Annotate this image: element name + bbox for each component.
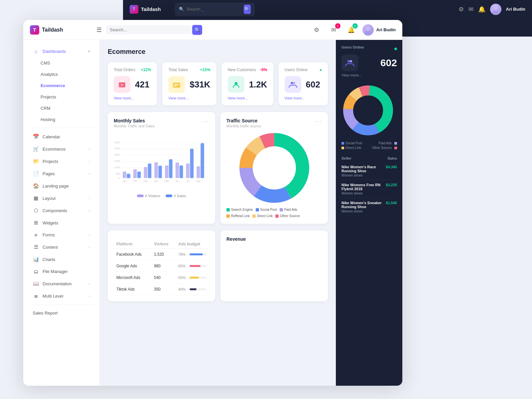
sidebar-item-dashboards[interactable]: ⌂ Dashboards ▾ xyxy=(26,46,97,57)
sidebar-item-layout[interactable]: ▦ Layout › xyxy=(26,192,97,204)
mail-button[interactable]: ✉ 9 xyxy=(328,24,340,36)
sidebar-item-crm[interactable]: CRM xyxy=(26,103,97,114)
sidebar-item-forms[interactable]: ≡ Forms › xyxy=(26,229,97,241)
svg-text:0: 0 xyxy=(118,177,120,179)
stat-footer-users[interactable]: View more... xyxy=(285,96,322,100)
col-ads-budget: Ads budget xyxy=(176,240,209,249)
dashboards-chevron-icon: ▾ xyxy=(88,49,90,54)
svg-rect-28 xyxy=(133,169,137,178)
legend-refferal-dot xyxy=(226,214,230,218)
dark-search-button[interactable]: 🔍 xyxy=(244,5,251,14)
legend-search-engine: Search Engine xyxy=(226,208,253,211)
sidebar-item-components[interactable]: ⬡ Components › xyxy=(26,204,97,216)
svg-rect-26 xyxy=(123,172,126,178)
svg-point-11 xyxy=(293,82,295,84)
sidebar-item-hosting[interactable]: Hosting xyxy=(26,114,97,125)
sidebar-item-filemanager[interactable]: 🗂 File Manager xyxy=(26,266,97,277)
dark-search-bar[interactable]: 🔍 🔍 xyxy=(175,3,255,16)
stat-body-orders: 421 xyxy=(114,76,151,93)
svg-text:1,500: 1,500 xyxy=(114,160,120,162)
sidebar-item-ecommerce2[interactable]: 🛒 Ecommerce › xyxy=(26,143,97,155)
stat-body-sales: $31K xyxy=(168,76,210,93)
svg-text:2,500: 2,500 xyxy=(114,148,120,150)
dark-settings-icon[interactable]: ⚙ xyxy=(459,6,464,13)
notification-button[interactable]: 🔔 1 xyxy=(345,24,357,36)
sidebar-dashboards-label: Dashboards xyxy=(43,49,66,54)
sidebar-item-calendar[interactable]: 📅 Calendar xyxy=(26,131,97,143)
sidebar-item-documentation[interactable]: 📖 Documentation › xyxy=(26,278,97,290)
dark-avatar xyxy=(490,4,501,15)
sidebar-item-multilevel[interactable]: ≣ Multi Level › xyxy=(26,290,97,302)
stat-value-customers: 1.2K xyxy=(249,79,267,90)
svg-point-57 xyxy=(254,148,294,188)
svg-rect-8 xyxy=(174,85,177,86)
sidebar-item-pages[interactable]: 📄 Pages › xyxy=(26,168,97,180)
traffic-more-icon[interactable]: ··· xyxy=(315,118,322,125)
legend-other-label: Other Source xyxy=(280,214,300,218)
table-row: Facebook Ads 1,520 78% xyxy=(114,249,209,260)
sidebar-item-analytics[interactable]: Analytics xyxy=(26,69,97,80)
stat-header-customers: New Customers -5% xyxy=(228,67,267,72)
sidebar-item-ecommerce[interactable]: Ecommerce xyxy=(26,80,97,91)
svg-text:May: May xyxy=(165,180,169,183)
sidebar-ecommerce2-label: Ecommerce xyxy=(43,147,66,152)
dark-brand-logo-icon: T xyxy=(130,5,138,14)
col-visitors: Visitors xyxy=(151,240,176,249)
svg-text:Jul: Jul xyxy=(186,180,189,182)
dark-bell-icon[interactable]: 🔔 xyxy=(478,6,485,13)
legend-refferal-label: Refferal Link xyxy=(231,214,250,218)
legend-visitors-dot xyxy=(137,195,144,197)
platform-facebook: Facebook Ads xyxy=(114,249,151,260)
widgets-icon: ⊞ xyxy=(33,220,39,226)
bar-chart-svg: 3,000 2,500 2,000 1,500 1,000 500 0 xyxy=(114,131,209,191)
dark-mail-icon[interactable]: ✉ xyxy=(468,6,473,13)
sidebar-item-projects[interactable]: Projects xyxy=(26,91,97,102)
stat-label-customers: New Customers xyxy=(228,67,256,72)
sidebar-content-label: Content xyxy=(43,245,58,250)
dark-brand-name: Taildash xyxy=(141,6,161,12)
documentation-chevron-icon: › xyxy=(89,282,90,286)
monthly-sales-more-icon[interactable]: ··· xyxy=(202,118,209,125)
legend-visitors: # Visitors xyxy=(137,194,160,198)
donut-legend: Search Engine Social Post Paid Ads xyxy=(226,208,322,218)
legend-paid-ads-label: Paid Ads xyxy=(284,208,297,211)
svg-rect-34 xyxy=(165,166,169,178)
stat-icon-orders xyxy=(114,76,130,93)
sidebar-dashboards-section: ⌂ Dashboards ▾ CMS Analytics Ecommerce P… xyxy=(23,46,99,125)
svg-rect-6 xyxy=(173,83,181,88)
search-input[interactable] xyxy=(110,27,188,32)
seller-sub-1: Women shoes xyxy=(341,174,386,177)
sidebar-item-widgets[interactable]: ⊞ Widgets xyxy=(26,217,97,229)
dark-search-input[interactable] xyxy=(187,7,241,12)
stat-header-orders: Total Orders +12% xyxy=(114,67,151,72)
menu-hamburger-icon[interactable]: ☰ xyxy=(96,26,102,34)
sidebar-item-salesreport[interactable]: Sales Report xyxy=(26,308,97,319)
svg-text:Feb: Feb xyxy=(133,180,137,182)
app-window: T Taildash ☰ 🔍 ⚙ ✉ 9 🔔 1 xyxy=(23,20,402,386)
sidebar-item-landing[interactable]: 🏠 Landing page xyxy=(26,180,97,192)
svg-text:Apr: Apr xyxy=(154,180,158,183)
search-bar[interactable] xyxy=(106,25,192,34)
search-button[interactable]: 🔍 xyxy=(192,25,202,35)
stat-footer-sales[interactable]: View more... xyxy=(168,96,210,100)
stat-footer-customers[interactable]: View more... xyxy=(228,96,267,100)
table-row: Microsoft Ads 540 55% xyxy=(114,272,209,284)
settings-button[interactable]: ⚙ xyxy=(311,24,323,36)
user-profile[interactable]: Ari Budin xyxy=(362,24,396,36)
seller-row-2: Nike Womens Free RN Flyknit 2018 Women s… xyxy=(341,180,397,198)
svg-text:Jun: Jun xyxy=(176,180,179,182)
stat-footer-orders[interactable]: View more... xyxy=(114,96,151,100)
sidebar-item-cms[interactable]: CMS xyxy=(26,58,97,68)
sidebar-item-content[interactable]: ☰ Content › xyxy=(26,241,97,253)
svg-rect-33 xyxy=(158,166,162,178)
sidebar-item-projects2[interactable]: 📁 Projects › xyxy=(26,155,97,167)
visitors-google: 980 xyxy=(151,260,176,272)
svg-text:Mar: Mar xyxy=(144,180,148,182)
sidebar-item-charts[interactable]: 📊 Charts xyxy=(26,253,97,265)
sidebar-documentation-label: Documentation xyxy=(43,281,71,286)
navbar-actions: ⚙ ✉ 9 🔔 1 Ari Budin xyxy=(311,24,396,36)
svg-rect-35 xyxy=(169,159,173,178)
seller-col-title: Seller xyxy=(341,156,351,160)
users-view-more[interactable]: View more... xyxy=(341,73,397,77)
pages-icon: 📄 xyxy=(33,171,39,177)
